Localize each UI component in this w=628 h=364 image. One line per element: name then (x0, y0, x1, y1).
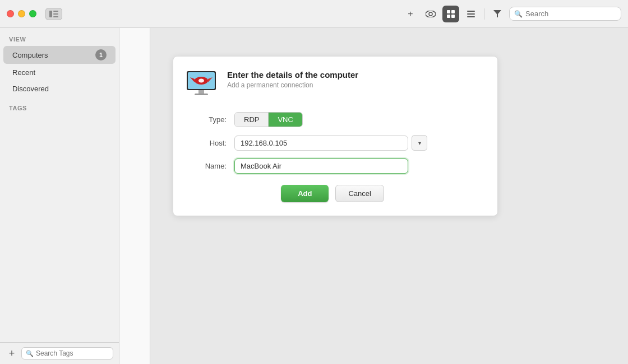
rdp-button[interactable]: RDP (235, 113, 269, 127)
add-button[interactable]: Add (281, 185, 329, 202)
toolbar-separator (484, 8, 484, 20)
dialog-title: Enter the details of the computer (227, 70, 358, 80)
filter-icon (493, 10, 501, 17)
svg-marker-13 (493, 10, 501, 17)
tags-section-header: TAGS (0, 97, 119, 114)
eye-icon (426, 11, 436, 17)
list-view-button[interactable] (463, 6, 479, 22)
sidebar-item-recent[interactable]: Recent (3, 65, 116, 80)
dialog-panel (119, 28, 150, 364)
sidebar: VIEW Computers 1 Recent Discovered TAGS … (0, 28, 119, 364)
search-icon: 🔍 (514, 10, 523, 18)
cancel-button[interactable]: Cancel (335, 185, 384, 202)
svg-rect-20 (198, 90, 204, 94)
search-bar[interactable]: 🔍 (509, 7, 621, 21)
name-label: Name: (196, 162, 227, 170)
name-row: Name: (184, 158, 481, 174)
eye-view-button[interactable] (422, 6, 439, 22)
search-tags-bar[interactable]: 🔍 (21, 347, 113, 360)
svg-rect-10 (467, 11, 475, 12)
filter-button[interactable] (489, 6, 506, 22)
toolbar-right: + (402, 6, 621, 22)
add-connection-button[interactable]: + (402, 6, 419, 22)
sidebar-spacer (0, 114, 119, 342)
svg-rect-1 (53, 11, 58, 12)
dialog-subtitle: Add a permanent connection (227, 81, 358, 89)
search-tags-icon: 🔍 (26, 350, 34, 357)
sidebar-item-label: Computers (12, 51, 95, 59)
search-input[interactable] (525, 10, 616, 18)
svg-rect-6 (447, 10, 450, 13)
grid-icon (447, 10, 455, 18)
computer-icon (184, 70, 218, 101)
host-input-wrap: ▾ (234, 135, 481, 151)
svg-rect-11 (467, 13, 475, 15)
main-area: VIEW Computers 1 Recent Discovered TAGS … (0, 28, 628, 364)
svg-point-19 (198, 79, 204, 83)
svg-rect-21 (195, 94, 208, 95)
sidebar-item-discovered[interactable]: Discovered (3, 81, 116, 96)
name-input[interactable] (234, 158, 408, 174)
badge-computers: 1 (95, 49, 107, 60)
sidebar-item-label: Recent (12, 68, 107, 77)
host-input[interactable] (234, 136, 408, 151)
minimize-button[interactable] (18, 10, 25, 17)
svg-rect-7 (451, 10, 455, 13)
dialog-titles: Enter the details of the computer Add a … (227, 70, 358, 89)
maximize-button[interactable] (29, 10, 36, 17)
add-tag-button[interactable]: + (6, 347, 18, 360)
dialog-actions: Add Cancel (184, 185, 481, 202)
host-dropdown-button[interactable]: ▾ (412, 135, 427, 151)
sidebar-item-computers[interactable]: Computers 1 (3, 46, 116, 64)
titlebar: + (0, 0, 628, 28)
dialog-header: Enter the details of the computer Add a … (184, 70, 481, 101)
svg-rect-9 (451, 15, 455, 18)
svg-point-4 (426, 11, 436, 17)
svg-rect-3 (53, 16, 58, 17)
traffic-lights (7, 10, 36, 17)
host-row: Host: ▾ (184, 135, 481, 151)
search-tags-input[interactable] (36, 349, 109, 357)
type-label: Type: (196, 115, 227, 124)
host-label: Host: (196, 139, 227, 147)
dialog-card: Enter the details of the computer Add a … (173, 56, 498, 216)
svg-rect-12 (467, 16, 475, 17)
sidebar-item-label: Discovered (12, 85, 107, 93)
sidebar-toggle-button[interactable] (45, 8, 62, 20)
sidebar-footer: + 🔍 (0, 342, 119, 364)
svg-point-5 (429, 12, 432, 16)
close-button[interactable] (7, 10, 14, 17)
content-inner: Enter the details of the computer Add a … (119, 28, 628, 364)
dialog-wrapper: Enter the details of the computer Add a … (150, 28, 628, 364)
svg-rect-8 (447, 15, 450, 18)
view-section-header: VIEW (0, 28, 119, 45)
list-icon (467, 11, 475, 17)
svg-rect-0 (49, 11, 52, 17)
sidebar-icon (49, 11, 58, 17)
grid-view-button[interactable] (442, 6, 459, 22)
type-buttons[interactable]: RDP VNC (234, 112, 303, 127)
vnc-button[interactable]: VNC (269, 113, 302, 127)
type-row: Type: RDP VNC (184, 112, 481, 127)
content-area: Enter the details of the computer Add a … (119, 28, 628, 364)
svg-rect-2 (53, 13, 58, 15)
